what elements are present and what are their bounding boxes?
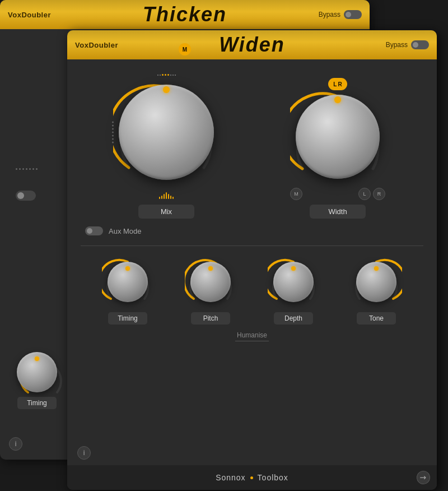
depth-knob-wrap [268,256,319,308]
timing-section: Timing [102,256,153,325]
pitch-knob-wrap [185,256,236,308]
m-indicator[interactable]: M [290,188,302,200]
timing-knob[interactable] [108,262,148,302]
front-panel: VoxDoubler Widen Bypass [67,30,437,490]
width-knob[interactable] [296,95,380,179]
back-small-toggle[interactable] [16,191,36,201]
mix-section: Mix [81,74,252,219]
resize-button[interactable]: ↗ [414,468,433,487]
back-info-button[interactable]: i [9,437,22,451]
tone-label: Tone [357,312,396,325]
back-bypass-toggle[interactable] [344,10,362,19]
depth-section: Depth [268,256,319,325]
tone-knob-wrap [351,256,402,308]
footer: Sonnox Toolbox ↗ [67,465,437,490]
mix-knob-wrap [113,79,220,186]
mix-bottom-bars [159,190,174,199]
width-knob-wrap [290,89,385,184]
section-divider [81,246,423,246]
pitch-knob[interactable] [190,262,231,302]
footer-brand: Sonnox [216,473,245,482]
back-brand: VoxDoubler [8,11,51,19]
aux-mode-row: Aux Mode [85,226,423,235]
back-m-badge[interactable]: M [179,43,191,55]
front-bypass-toggle[interactable] [411,40,429,49]
back-header: VoxDoubler Thicken Bypass [0,0,370,29]
front-bypass-area: Bypass [386,40,429,49]
pitch-label: Pitch [191,312,230,325]
back-mid-dots [16,168,38,170]
front-bypass-label: Bypass [386,41,408,49]
width-section: L R M L [252,84,423,219]
mix-top-dots [157,74,176,76]
depth-label: Depth [274,312,313,325]
front-title: Widen [219,33,285,57]
mix-left-dots [112,122,114,143]
footer-product: Toolbox [258,473,288,482]
timing-label: Timing [108,312,147,325]
tone-knob[interactable] [356,262,396,302]
aux-mode-label: Aux Mode [109,227,142,235]
back-timing-knob[interactable] [17,352,57,392]
timing-knob-wrap [102,256,153,308]
back-timing-label: Timing [17,397,57,409]
main-knobs-row: Mix L R [81,74,423,219]
front-info-button[interactable]: i [77,446,91,460]
back-bypass-area: Bypass [319,10,362,19]
humanise-label: Humanise [81,331,423,339]
width-label: Width [310,205,366,219]
back-bypass-label: Bypass [319,11,340,18]
depth-knob[interactable] [273,262,314,302]
front-header: VoxDoubler Widen Bypass [67,30,437,59]
r-indicator[interactable]: R [373,188,385,200]
footer-dot [250,476,253,479]
aux-mode-toggle[interactable] [85,226,103,235]
mix-knob[interactable] [119,85,214,180]
lr-badge[interactable]: L R [328,78,347,90]
back-title: Thicken [143,3,227,26]
mix-label: Mix [138,205,194,219]
pitch-section: Pitch [185,256,236,325]
l-indicator[interactable]: L [358,188,371,200]
small-knobs-row: Timing Pitch [81,256,423,325]
main-area: Mix L R [67,59,437,348]
tone-section: Tone [351,256,402,325]
width-indicators: M L R [290,188,385,200]
front-brand: VoxDoubler [75,41,118,49]
